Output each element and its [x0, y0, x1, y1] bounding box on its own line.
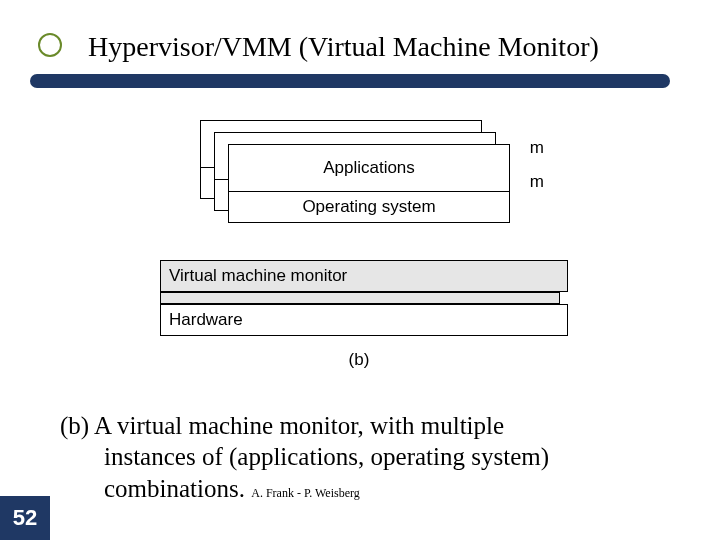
caption-line1: (b) A virtual machine monitor, with mult… — [60, 412, 504, 439]
stray-glyph-upper: m — [530, 138, 544, 158]
applications-box: Applications — [229, 145, 509, 192]
slide-number: 52 — [0, 496, 50, 540]
vm-instance-front: Applications Operating system — [228, 144, 510, 223]
slide-title: Hypervisor/VMM (Virtual Machine Monitor) — [88, 32, 599, 63]
title-underline — [30, 74, 670, 88]
platform-bar — [160, 292, 560, 304]
vmm-diagram: m m Applications Operating system Virtua… — [160, 120, 560, 380]
vmm-label: Virtual machine monitor — [169, 266, 347, 286]
caption-line2: instances of (applications, operating sy… — [60, 441, 670, 472]
diagram-subcaption: (b) — [160, 350, 558, 370]
vm-stack: m m Applications Operating system — [200, 120, 510, 250]
slide-caption: (b) A virtual machine monitor, with mult… — [60, 410, 670, 504]
vmm-box: Virtual machine monitor — [160, 260, 568, 292]
title-bullet-icon — [38, 33, 62, 57]
hardware-box: Hardware — [160, 304, 568, 336]
os-box: Operating system — [229, 192, 509, 222]
caption-line3: combinations. — [104, 475, 245, 502]
os-label: Operating system — [302, 197, 435, 217]
applications-label: Applications — [323, 158, 415, 178]
hardware-label: Hardware — [169, 310, 243, 330]
attribution: A. Frank - P. Weisberg — [251, 486, 360, 500]
stray-glyph-lower: m — [530, 172, 544, 192]
